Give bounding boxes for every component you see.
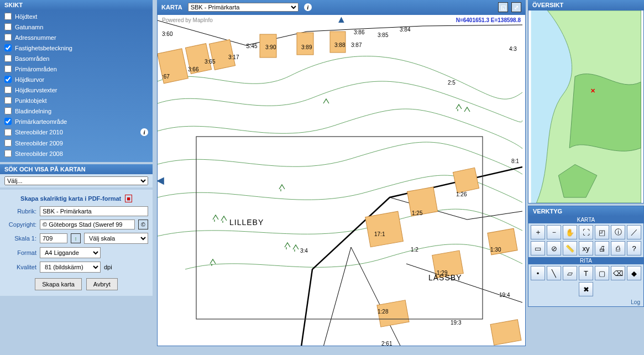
draw-rect-button[interactable]: ▢	[595, 266, 609, 280]
svg-text:3:86: 3:86	[354, 29, 365, 35]
scroll-left-icon[interactable]: ◀	[157, 174, 164, 186]
layer-checkbox[interactable]	[4, 65, 12, 72]
scroll-up-icon[interactable]: ▲	[337, 14, 347, 25]
layer-checkbox[interactable]	[4, 107, 12, 114]
print-button[interactable]: 🖨	[595, 241, 609, 255]
svg-text:3:84: 3:84	[400, 27, 411, 33]
layer-item: Höjdkurvor	[4, 74, 148, 85]
info-line-button[interactable]: ／	[627, 225, 641, 239]
info-point-button[interactable]: ⓘ	[611, 225, 625, 239]
layer-label: Höjdkurvstexter	[15, 87, 57, 93]
erase-button[interactable]: ⌫	[611, 266, 625, 280]
skala-label: Skala 1:	[4, 235, 36, 242]
map-layer-select[interactable]: SBK - Primärkarta	[188, 3, 299, 12]
map-coordinates: N=6401651.3 E=138598.8	[456, 17, 521, 23]
draw-point-button[interactable]: •	[531, 266, 545, 280]
layer-label: Basområden	[15, 55, 49, 62]
map-info-icon[interactable]: i	[304, 3, 312, 11]
valjskala-select[interactable]: Välj skala	[84, 233, 148, 244]
help-button[interactable]: ?	[627, 241, 641, 255]
layer-label: Bladindelning	[15, 108, 51, 114]
measure-button[interactable]: 📏	[563, 241, 577, 255]
pdf-button[interactable]: ⎙	[611, 241, 625, 255]
kvalitet-select[interactable]: 81 (bildskärm)	[40, 262, 101, 273]
layer-checkbox[interactable]	[4, 23, 12, 30]
info-off-button[interactable]: ⊘	[547, 241, 561, 255]
skala-input[interactable]	[40, 233, 67, 243]
svg-rect-13	[196, 137, 483, 319]
svg-rect-4	[297, 33, 313, 55]
map-window-icon[interactable]: ◱	[498, 2, 508, 12]
svg-text:8:1: 8:1	[511, 158, 519, 164]
svg-text:3:89: 3:89	[301, 44, 312, 50]
layer-item: Primärområden	[4, 64, 148, 74]
layer-checkbox[interactable]	[4, 129, 12, 136]
layer-checkbox[interactable]	[4, 139, 12, 147]
draw-text-button[interactable]: T	[579, 266, 593, 280]
svg-rect-8	[453, 168, 479, 192]
svg-text:17:1: 17:1	[374, 231, 385, 237]
svg-text::67: :67	[162, 74, 170, 80]
layer-checkbox[interactable]	[4, 118, 12, 125]
overview-map[interactable]: ✕	[528, 10, 644, 203]
skala-refresh-icon[interactable]: ↕	[71, 233, 81, 243]
area-label-lilleby: LILLEBY	[229, 218, 264, 227]
layer-item: Punktobjekt	[4, 95, 148, 106]
tools-subhead-karta: KARTA	[528, 216, 643, 223]
layer-item: Höjdkurvstexter	[4, 85, 148, 95]
layer-checkbox[interactable]	[4, 55, 12, 62]
layer-checkbox[interactable]	[4, 150, 12, 157]
svg-text:3:17: 3:17	[228, 54, 239, 60]
rubrik-input[interactable]	[40, 206, 148, 216]
svg-text:3:60: 3:60	[162, 31, 173, 37]
cancel-button[interactable]: Avbryt	[86, 278, 118, 290]
svg-text:3:85: 3:85	[378, 32, 389, 38]
copyright-input[interactable]	[40, 220, 135, 229]
search-header: SÖK OCH VISA PÅ KARTAN	[0, 164, 153, 174]
draw-poly-button[interactable]: ▱	[563, 266, 577, 280]
draw-line-button[interactable]: ╲	[547, 266, 561, 280]
layer-checkbox[interactable]	[4, 97, 12, 104]
search-select[interactable]: Välj...	[4, 176, 148, 185]
format-select[interactable]: A4 Liggande	[40, 247, 101, 258]
pan-button[interactable]: ✋	[563, 225, 577, 239]
svg-text:2:5: 2:5	[448, 80, 455, 86]
svg-text:3:4: 3:4	[300, 248, 308, 254]
map-fullscreen-icon[interactable]: ⤢	[511, 2, 521, 12]
svg-text:19:3: 19:3	[451, 320, 462, 326]
layer-checkbox[interactable]	[4, 86, 12, 93]
layer-checkbox[interactable]	[4, 76, 12, 83]
layer-checkbox[interactable]	[4, 34, 12, 41]
coords-button[interactable]: xy	[579, 241, 593, 255]
color-button[interactable]: ◆	[627, 266, 641, 280]
zoom-extent-button[interactable]: ⛶	[579, 225, 593, 239]
delete-button[interactable]: ✖	[579, 282, 593, 296]
zoom-in-button[interactable]: ＋	[531, 225, 545, 239]
pdf-title: Skapa skalriktig karta i PDF-format	[20, 195, 121, 202]
log-link[interactable]: Log	[528, 298, 643, 306]
map-canvas[interactable]: ▲ ◀ Powered by MapInfo N=6401651.3 E=138…	[157, 14, 526, 346]
layer-checkbox[interactable]	[4, 13, 12, 20]
rubrik-label: Rubrik:	[4, 208, 36, 215]
create-map-button[interactable]: Skapa karta	[35, 278, 82, 290]
layer-item: Stereobilder 2009	[4, 138, 148, 148]
pdf-export-panel: Skapa skalriktig karta i PDF-format ■ Ru…	[0, 190, 153, 296]
layer-label: Stereobilder 2008	[15, 150, 63, 157]
layer-label: Adressnummer	[15, 34, 56, 41]
copyright-label: Copyright:	[4, 221, 36, 228]
layer-label: Höjdkurvor	[15, 76, 44, 83]
layers-list: HöjdtextGatunamnAdressnummerFastighetsbe…	[0, 10, 153, 162]
svg-text:3:65: 3:65	[205, 59, 216, 65]
format-label: Format	[4, 249, 36, 256]
svg-text:1:26: 1:26	[456, 191, 467, 197]
zoom-window-button[interactable]: ◰	[595, 225, 609, 239]
layer-item: Stereobilder 2008	[4, 148, 148, 159]
layer-checkbox[interactable]	[4, 44, 12, 51]
zoom-out-button[interactable]: －	[547, 225, 561, 239]
layer-item: Fastighetsbeteckning	[4, 43, 148, 53]
layer-info-icon[interactable]: i	[140, 128, 148, 136]
copyright-lock-icon[interactable]: ©	[138, 220, 148, 229]
svg-text:19:4: 19:4	[499, 292, 510, 298]
info-area-button[interactable]: ▭	[531, 241, 545, 255]
layer-item: Höjdtext	[4, 11, 148, 22]
